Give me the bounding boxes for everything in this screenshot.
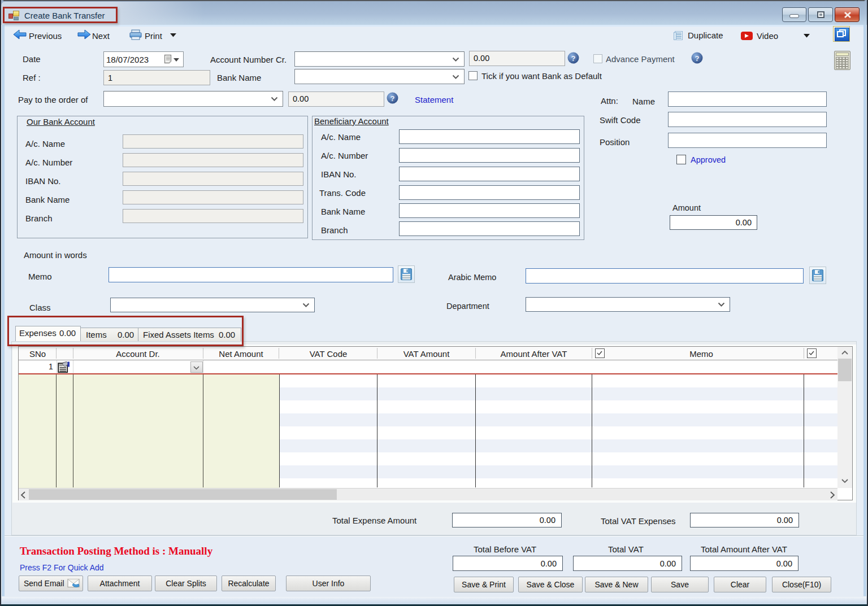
svg-text:?: ? [695,54,700,63]
svg-text:?: ? [571,54,576,63]
svg-text:?: ? [390,94,395,103]
